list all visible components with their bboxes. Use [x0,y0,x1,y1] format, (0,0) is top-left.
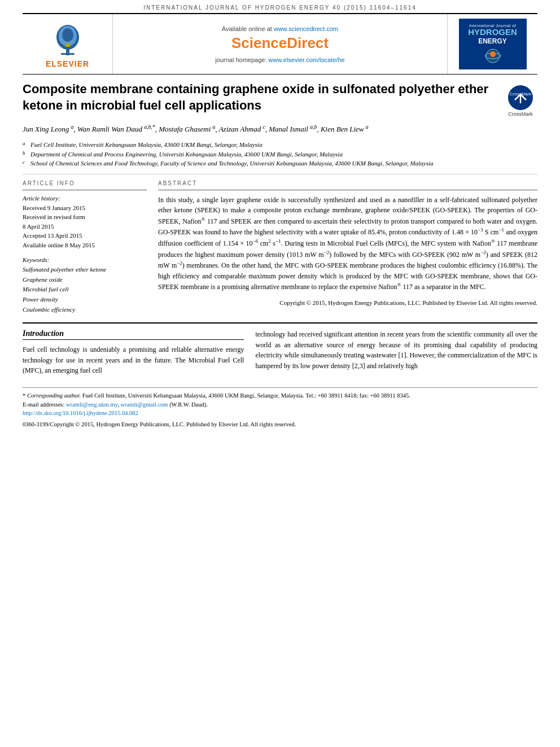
footer-email-label: E-mail addresses: [23,401,66,408]
elsevier-logo: ELSEVIER [23,14,113,74]
keyword-2: Microbial fuel cell [23,285,147,295]
svg-rect-5 [61,53,75,55]
available-online-text: Available online at www.sciencedirect.co… [222,25,338,32]
history-item-3: Accepted 13 April 2015 [23,231,147,241]
authors-list: Jun Xing Leong a, Wan Ramli Wan Daud a,b… [23,123,537,136]
footer-author-note: * Corresponding author. Fuel Cell Instit… [23,392,410,399]
journal-homepage-text: journal homepage: www.elsevier.com/locat… [215,56,344,63]
title-text-block: Composite membrane containing graphene o… [23,81,495,113]
abstract-label: abstract [158,180,537,186]
info-top-divider [23,190,147,190]
keywords-label: Keywords: [23,256,147,263]
footer-email-suffix: (W.R.W. Daud). [169,401,208,408]
intro-right-text: technology had received significant atte… [255,329,537,371]
planet-icon [484,47,501,64]
journal-name: international journal of hydrogen energy… [143,5,417,11]
keywords-section: Keywords: Sulfonated polyether ether ket… [23,256,147,314]
sciencedirect-url[interactable]: www.sciencedirect.com [274,25,338,32]
abstract-column: abstract In this study, a single layer g… [158,180,537,314]
article-title: Composite membrane containing graphene o… [23,81,495,113]
footer-doi-link[interactable]: http://dx.doi.org/10.1016/j.ijhydene.201… [23,410,138,416]
crossmark-text: CrossMark [508,111,533,117]
footer-section: * Corresponding author. Fuel Cell Instit… [23,387,537,418]
intro-left-text: Fuel cell technology is undeniably a pro… [23,344,244,376]
footer-email-line: E-mail addresses: wramli@eng.ukm.my, wra… [23,400,537,409]
hydrogen-logo-box: International Journal of HYDROGEN ENERGY [459,19,527,69]
journal-header-bar: international journal of hydrogen energy… [0,0,560,13]
energy-text: ENERGY [478,37,507,45]
body-left-column: Introduction Fuel cell technology is und… [23,329,244,376]
affil-b: b Department of Chemical and Process Eng… [23,150,537,159]
section-divider [23,174,537,174]
article-info-column: article info Article history: Received 9… [23,180,147,314]
svg-rect-4 [65,44,70,47]
crossmark-icon: CrossMark [507,84,534,111]
sciencedirect-logo-text: ScienceDirect [231,34,329,52]
article-title-section: Composite membrane containing graphene o… [23,81,537,117]
intro-title: Introduction [23,329,244,340]
keyword-3: Power density [23,295,147,305]
journal-center-header: Available online at www.sciencedirect.co… [113,14,447,74]
copyright-text: Copyright © 2015, Hydrogen Energy Public… [158,298,537,308]
svg-point-8 [490,51,496,57]
history-item-2: 8 April 2015 [23,222,147,231]
body-right-column: technology had received significant atte… [255,329,537,376]
elsevier-tree-icon [45,20,90,57]
history-item-1: Received in revised form [23,212,147,222]
affiliations-block: a Fuel Cell Institute, Universiti Kebang… [23,140,537,168]
abstract-text: In this study, a single layer graphene o… [158,195,537,292]
footer-email-1[interactable]: wramli@eng.ukm.my [66,401,117,408]
affil-a: a Fuel Cell Institute, Universiti Kebang… [23,140,537,150]
keyword-0: Sulfonated polyether ether ketone [23,265,147,275]
affil-c: c School of Chemical Sciences and Food T… [23,159,537,168]
svg-point-3 [62,28,73,42]
abstract-top-divider [158,190,537,190]
hydrogen-energy-logo: International Journal of HYDROGEN ENERGY [447,14,537,74]
affil-c-text: School of Chemical Sciences and Food Tec… [30,159,433,168]
keyword-4: Coulombic efficiency [23,305,147,315]
keyword-1: Graphene oxide [23,275,147,285]
hydrogen-text: HYDROGEN [468,28,517,37]
footer-doi: http://dx.doi.org/10.1016/j.ijhydene.201… [23,409,537,418]
article-info-label: article info [23,180,147,186]
affil-b-text: Department of Chemical and Process Engin… [30,150,343,159]
footer-corresponding-author: * Corresponding author. Fuel Cell Instit… [23,391,537,400]
authors-section: Jun Xing Leong a, Wan Ramli Wan Daud a,b… [23,123,537,168]
publisher-header: ELSEVIER Available online at www.science… [23,13,537,75]
footer-email-2[interactable]: wramli@gmail.com [120,401,168,408]
info-abstract-section: article info Article history: Received 9… [23,180,537,314]
body-divider [23,322,537,324]
history-label: Article history: [23,195,147,202]
history-item-0: Received 9 January 2015 [23,203,147,213]
footer-issn-line: 0360-3199/Copyright © 2015, Hydrogen Ene… [23,420,537,429]
crossmark-badge: CrossMark CrossMark [504,84,537,117]
history-item-4: Available online 8 May 2015 [23,241,147,250]
affil-a-text: Fuel Cell Institute, Universiti Kebangsa… [30,140,262,150]
elsevier-label: ELSEVIER [46,59,89,68]
journal-homepage-url[interactable]: www.elsevier.com/locate/he [269,56,345,63]
body-section: Introduction Fuel cell technology is und… [23,329,537,376]
